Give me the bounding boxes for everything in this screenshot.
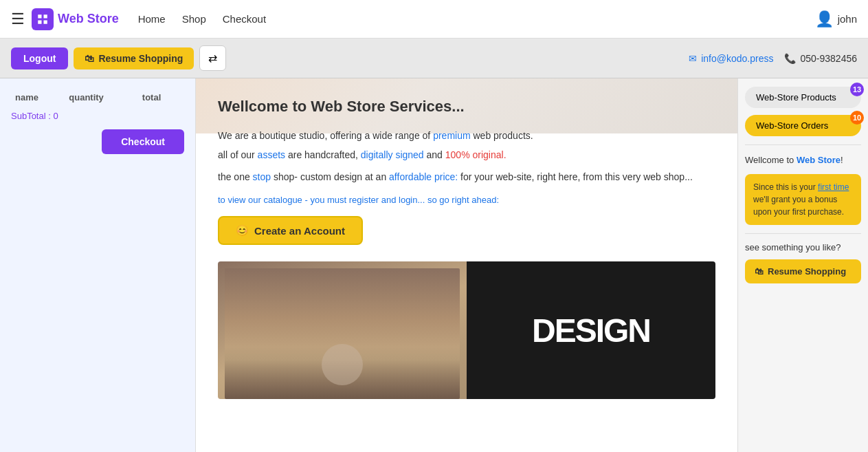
cart-col-quantity: quantity	[65, 89, 138, 105]
svg-rect-3	[44, 20, 47, 23]
cart-subtotal: SubTotal : 0	[11, 111, 184, 121]
register-note: to view our catalogue - you must registe…	[218, 195, 715, 205]
products-button[interactable]: Web-Store Products 13	[745, 87, 861, 108]
center-inner: Wellcome to Web Store Services... We are…	[218, 98, 715, 399]
email-address: info@kodo.press	[701, 53, 773, 64]
welcome-text: We are a boutique studio, offering a wid…	[218, 128, 715, 185]
create-account-button[interactable]: 😊 Create an Account	[218, 216, 363, 245]
main-layout: name quantity total SubTotal : 0 Checkou…	[0, 78, 868, 452]
bonus-box: Since this is your first time we'll gran…	[745, 174, 861, 225]
cart-col-name: name	[11, 89, 65, 105]
brand-name[interactable]: Web Store	[58, 12, 119, 26]
paragraph1: We are a boutique studio, offering a wid…	[218, 128, 715, 144]
nav-user: 👤 john	[815, 10, 857, 28]
divider-2	[745, 233, 861, 234]
create-account-icon: 😊	[236, 224, 249, 237]
cart-col-total: total	[138, 89, 184, 105]
email-icon: ✉	[689, 53, 697, 64]
svg-rect-2	[38, 20, 41, 23]
nav-checkout[interactable]: Checkout	[223, 13, 266, 25]
orders-label: Web-Store Orders	[756, 120, 828, 131]
subtotal-label: SubTotal :	[11, 111, 51, 121]
welcome-small: Wellcome to Web Store!	[745, 153, 861, 167]
welcome-title: Wellcome to Web Store Services...	[218, 98, 715, 116]
resume-shopping-bottom-icon: 🛍	[755, 266, 764, 277]
orders-count: 10	[850, 111, 864, 125]
products-label: Web-Store Products	[756, 92, 836, 103]
subtotal-value: 0	[53, 111, 58, 121]
first-time-link[interactable]: first time	[818, 182, 849, 192]
nav-home[interactable]: Home	[138, 13, 166, 25]
image-right: DESIGN	[467, 261, 715, 399]
hamburger-icon[interactable]: ☰	[11, 10, 25, 28]
orders-button[interactable]: Web-Store Orders 10	[745, 115, 861, 136]
resume-shopping-button[interactable]: 🛍 Resume Shopping	[74, 47, 194, 69]
create-account-label: Create an Account	[254, 225, 345, 237]
logout-button[interactable]: Logout	[11, 47, 68, 69]
cart-sidebar: name quantity total SubTotal : 0 Checkou…	[0, 78, 196, 452]
checkout-button[interactable]: Checkout	[102, 129, 184, 154]
user-icon: 👤	[815, 10, 834, 28]
toolbar-right: ✉ info@kodo.press 📞 050-9382456	[689, 53, 857, 64]
design-text: DESIGN	[532, 312, 650, 349]
right-sidebar: Web-Store Products 13 Web-Store Orders 1…	[737, 78, 868, 452]
username-label: john	[838, 13, 857, 25]
svg-rect-0	[38, 14, 41, 18]
resume-shopping-bottom-label: Resume Shopping	[768, 266, 846, 277]
resume-shopping-bottom-button[interactable]: 🛍 Resume Shopping	[745, 259, 861, 283]
paragraph2: all of our assets are handcrafted, digit…	[218, 147, 715, 164]
paragraph3: the one stop shop- custom design at an a…	[218, 169, 715, 186]
svg-rect-1	[44, 14, 47, 18]
welcome-blue: Web Store	[797, 155, 841, 165]
image-left	[218, 261, 467, 399]
see-something-text: see something you like?	[745, 242, 861, 252]
transfer-button[interactable]: ⇄	[199, 45, 226, 71]
cart-table: name quantity total	[11, 89, 184, 105]
products-count: 13	[850, 83, 864, 96]
top-nav: ☰ Web Store Home Shop Checkout 👤 john	[0, 0, 868, 39]
center-content: Wellcome to Web Store Services... We are…	[196, 78, 737, 452]
phone-icon: 📞	[784, 53, 796, 64]
phone-number: 050-9382456	[800, 53, 857, 64]
nav-links: Home Shop Checkout	[138, 13, 266, 25]
phone-contact: 📞 050-9382456	[784, 53, 857, 64]
logo-icon	[32, 8, 54, 30]
nav-shop[interactable]: Shop	[182, 13, 206, 25]
divider-1	[745, 144, 861, 145]
email-contact[interactable]: ✉ info@kodo.press	[689, 53, 773, 64]
shopping-bag-icon: 🛍	[85, 53, 94, 64]
toolbar: Logout 🛍 Resume Shopping ⇄ ✉ info@kodo.p…	[0, 39, 868, 78]
resume-shopping-label: Resume Shopping	[98, 53, 183, 64]
image-grid: DESIGN	[218, 261, 715, 399]
